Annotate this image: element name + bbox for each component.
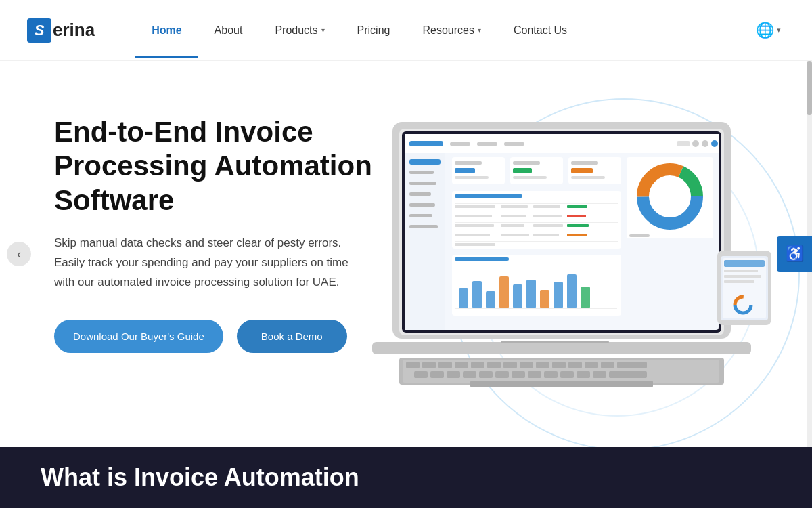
svg-rect-52 [455,224,494,227]
svg-rect-65 [459,288,468,308]
svg-rect-97 [463,371,476,378]
svg-rect-45 [567,205,587,208]
svg-rect-94 [414,371,428,378]
svg-rect-98 [479,371,493,378]
svg-rect-76 [372,342,751,354]
svg-rect-53 [501,224,524,227]
svg-rect-90 [568,362,582,368]
svg-rect-83 [455,362,468,368]
svg-rect-103 [560,371,574,378]
nav-about[interactable]: About [198,3,259,58]
svg-rect-15 [409,171,434,174]
svg-rect-18 [409,203,435,207]
svg-rect-111 [724,260,765,267]
svg-rect-50 [567,215,586,217]
svg-rect-32 [571,176,605,179]
svg-rect-72 [554,282,563,308]
book-demo-button[interactable]: Book a Demo [237,320,347,353]
nav-home[interactable]: Home [135,3,198,58]
svg-rect-27 [513,168,532,173]
svg-rect-68 [499,276,509,308]
svg-rect-110 [723,258,766,318]
svg-rect-88 [536,362,549,368]
svg-rect-41 [455,203,618,204]
svg-rect-14 [409,159,441,165]
svg-rect-106 [609,371,647,378]
carousel-prev-button[interactable]: ‹ [7,242,31,266]
svg-rect-51 [455,222,618,223]
navbar: S erina Home About Products ▾ Pricing Re… [0,0,812,61]
svg-rect-17 [409,192,431,196]
svg-rect-75 [455,308,617,309]
svg-rect-62 [455,243,495,246]
svg-point-10 [692,140,699,147]
svg-rect-80 [406,362,420,368]
svg-rect-42 [455,205,495,208]
svg-rect-19 [409,214,432,217]
svg-rect-67 [486,291,495,308]
bottom-title: What is Invoice Automation [41,463,359,492]
svg-rect-69 [513,284,522,308]
svg-rect-56 [455,232,618,232]
logo[interactable]: S erina [27,18,95,43]
svg-rect-30 [571,161,598,165]
svg-rect-99 [495,371,509,378]
bottom-section: What is Invoice Automation [0,447,812,508]
laptop-illustration [352,81,771,409]
svg-rect-89 [552,362,566,368]
svg-rect-16 [409,182,436,185]
svg-rect-61 [455,241,618,242]
svg-rect-85 [487,362,501,368]
svg-rect-93 [617,362,647,368]
svg-rect-48 [501,215,526,217]
download-guide-button[interactable]: Download Our Buyer's Guide [54,320,223,353]
svg-rect-91 [585,362,598,368]
hero-illustration [406,102,771,447]
svg-rect-95 [430,371,444,378]
svg-rect-104 [577,371,590,378]
svg-rect-86 [503,362,517,368]
svg-rect-113 [724,275,761,278]
svg-rect-74 [581,287,590,308]
hero-subtitle: Skip manual data checks and steer clear … [54,234,365,293]
accessibility-button[interactable]: ♿ [777,236,812,272]
svg-rect-82 [438,362,452,368]
nav-right: 🌐 ▾ [752,18,785,43]
nav-resources[interactable]: Resources ▾ [406,3,497,58]
svg-rect-8 [504,142,524,146]
svg-rect-57 [455,234,490,236]
svg-rect-58 [501,234,529,236]
svg-rect-13 [405,153,445,330]
language-selector[interactable]: 🌐 ▾ [752,18,785,43]
svg-rect-112 [724,270,758,272]
logo-text: erina [53,20,95,41]
svg-rect-22 [455,161,482,165]
logo-icon: S [27,18,51,43]
nav-products[interactable]: Products ▾ [258,3,340,58]
svg-rect-102 [544,371,558,378]
svg-rect-87 [520,362,533,368]
svg-rect-46 [455,213,618,213]
svg-rect-81 [422,362,436,368]
svg-rect-66 [472,281,482,308]
svg-rect-7 [477,142,497,146]
language-chevron-icon: ▾ [777,26,781,35]
svg-rect-64 [455,257,509,261]
products-chevron-icon: ▾ [321,26,325,34]
svg-rect-101 [528,371,541,378]
svg-rect-28 [513,176,547,179]
nav-contact[interactable]: Contact Us [497,3,583,58]
svg-rect-43 [501,205,528,208]
svg-rect-71 [540,290,549,308]
nav-pricing[interactable]: Pricing [341,3,407,58]
svg-rect-40 [455,194,522,198]
svg-rect-9 [677,141,690,146]
svg-point-37 [654,180,686,213]
svg-rect-105 [593,371,606,378]
accessibility-icon: ♿ [786,245,804,263]
svg-rect-59 [533,234,559,236]
svg-point-11 [702,140,708,147]
svg-rect-100 [512,371,525,378]
svg-rect-23 [455,168,475,173]
svg-rect-96 [447,371,460,378]
